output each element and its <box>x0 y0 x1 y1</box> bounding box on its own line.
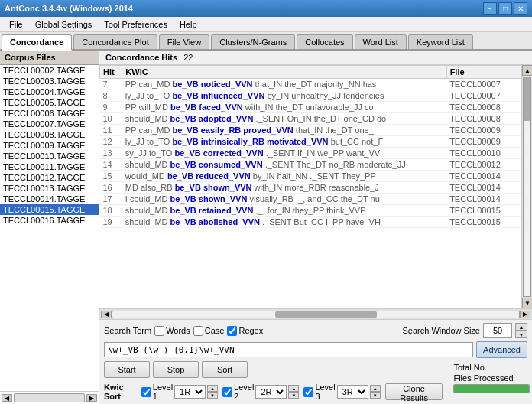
words-checkbox[interactable] <box>154 326 164 336</box>
tab-collocates[interactable]: Collocates <box>297 34 352 49</box>
menu-bar: File Global Settings Tool Preferences He… <box>0 17 532 32</box>
scroll-down-arrow[interactable]: ▼ <box>522 298 532 308</box>
table-row[interactable]: 17 I could_MD be_VB shown_VVN visually_R… <box>100 194 521 205</box>
sidebar-scroll-right[interactable]: ▶ <box>86 394 97 402</box>
sidebar-item-4[interactable]: TECCL00006.TAGGE <box>0 108 99 119</box>
sidebar-item-12[interactable]: TECCL00014.TAGGE <box>0 194 99 204</box>
stop-button[interactable]: Stop <box>153 361 199 378</box>
h-scroll-right-arrow[interactable]: ▶ <box>520 311 530 318</box>
sort-button[interactable]: Sort <box>202 361 248 378</box>
hit-num: 11 <box>100 125 122 136</box>
level3-up[interactable]: ▲ <box>370 385 381 392</box>
table-row[interactable]: 10 should_MD be_VB adopted_VVN ._SENT On… <box>100 113 521 125</box>
level3-select[interactable]: 1R2R3R1L2L <box>337 385 368 399</box>
case-checkbox[interactable] <box>193 326 203 336</box>
level2-select[interactable]: 1R2R3R1L2L <box>255 385 287 399</box>
level1-up[interactable]: ▲ <box>207 385 218 392</box>
h-scroll-thumb <box>275 311 377 318</box>
content-area: Concordance Hits 22 Hit KWIC File 7 <box>99 50 532 404</box>
table-row[interactable]: 18 should_MD be_VB retained_VVN ,_, for_… <box>100 205 521 217</box>
level3-down[interactable]: ▼ <box>370 392 381 399</box>
sidebar-item-9[interactable]: TECCL00011.TAGGE <box>0 161 99 172</box>
table-row[interactable]: 8 ly_JJ to_TO be_VB influenced_VVN by_IN… <box>100 90 521 102</box>
words-checkbox-group: Words <box>154 326 190 336</box>
kwic-right: ,_, for_IN they_PP think_VVP <box>255 206 365 215</box>
window-size-input[interactable] <box>483 323 512 338</box>
kwic-left: sy_JJ to_TO <box>125 148 175 158</box>
col-file[interactable]: File <box>446 66 521 79</box>
sidebar-item-5[interactable]: TECCL00007.TAGGE <box>0 119 99 129</box>
tab-word-list[interactable]: Word List <box>355 34 407 49</box>
kwic-center: be_VB faced_VVN <box>170 103 243 112</box>
advanced-button[interactable]: Advanced <box>476 341 527 358</box>
sidebar-item-3[interactable]: TECCL00005.TAGGE <box>0 97 99 108</box>
results-table-container[interactable]: Hit KWIC File 7 PP can_MD be_VB noticed_… <box>99 65 521 308</box>
level3-checkbox[interactable] <box>303 387 313 397</box>
window-size-down[interactable]: ▼ <box>515 331 527 338</box>
hit-num: 15 <box>100 171 122 182</box>
kwic-center: be_VB intrinsically_RB motivated_VVN <box>172 137 328 146</box>
file-col: TECCL00008 <box>446 102 521 113</box>
table-row[interactable]: 11 PP can_MD be_VB easily_RB proved_VVN … <box>100 125 521 136</box>
progress-fill <box>454 385 529 393</box>
h-scroll-track[interactable] <box>112 311 520 318</box>
col-hit[interactable]: Hit <box>100 66 122 79</box>
table-row[interactable]: 19 should_MD be_VB abolished_VVN ._SENT … <box>100 217 521 228</box>
menu-tool-preferences[interactable]: Tool Preferences <box>98 18 174 31</box>
kwic-cell: PP will_MD be_VB faced_VVN with_IN the_D… <box>122 102 446 113</box>
table-row[interactable]: 7 PP can_MD be_VB noticed_VVN that_IN th… <box>100 79 521 90</box>
clone-results-button[interactable]: Clone Results <box>385 383 443 400</box>
level2-checkbox[interactable] <box>222 387 232 397</box>
sidebar-item-14[interactable]: TECCL00016.TAGGE <box>0 215 99 226</box>
sidebar-item-10[interactable]: TECCL00012.TAGGE <box>0 172 99 183</box>
table-row[interactable]: 16 MD also_RB be_VB shown_VVN with_IN mo… <box>100 182 521 194</box>
file-col: TECCL00014 <box>446 182 521 194</box>
h-scroll-left-arrow[interactable]: ◀ <box>101 311 112 318</box>
kwic-center: be_VB abolished_VVN <box>170 217 260 226</box>
close-button[interactable]: ✕ <box>514 2 527 15</box>
tab-concordance-plot[interactable]: Concordance Plot <box>73 34 157 49</box>
level2-up[interactable]: ▲ <box>288 385 299 392</box>
sidebar-scroll-track[interactable] <box>14 393 85 402</box>
table-row[interactable]: 14 should_MD be_VB consumed_VVN ._SENT T… <box>100 159 521 171</box>
start-button[interactable]: Start <box>104 361 150 378</box>
minimize-button[interactable]: − <box>483 2 497 15</box>
tab-clusters-ngrams[interactable]: Clusters/N-Grams <box>211 34 295 49</box>
regex-checkbox[interactable] <box>227 326 237 336</box>
table-row[interactable]: 15 would_MD be_VB reduced_VVN by_IN half… <box>100 171 521 182</box>
search-term-input[interactable] <box>104 342 473 357</box>
table-row[interactable]: 12 ly_JJ to_TO be_VB intrinsically_RB mo… <box>100 136 521 148</box>
sidebar-item-1[interactable]: TECCL00003.TAGGE <box>0 76 99 86</box>
menu-help[interactable]: Help <box>174 18 203 31</box>
case-checkbox-group: Case <box>193 326 225 336</box>
sidebar-item-2[interactable]: TECCL00004.TAGGE <box>0 86 99 97</box>
tab-keyword-list[interactable]: Keyword List <box>408 34 473 49</box>
menu-global-settings[interactable]: Global Settings <box>29 18 99 31</box>
sidebar-item-11[interactable]: TECCL00013.TAGGE <box>0 183 99 194</box>
col-kwic[interactable]: KWIC <box>122 66 446 79</box>
tab-file-view[interactable]: File View <box>159 34 209 49</box>
window-size-up[interactable]: ▲ <box>515 323 527 331</box>
main-layout: Corpus Files TECCL00002.TAGGETECCL00003.… <box>0 50 532 404</box>
menu-file[interactable]: File <box>3 18 29 31</box>
level1-select[interactable]: 1R2R3R1L2L <box>174 385 206 399</box>
file-col: TECCL00014 <box>446 171 521 182</box>
sidebar-item-8[interactable]: TECCL00010.TAGGE <box>0 151 99 161</box>
sidebar-scroll-left[interactable]: ◀ <box>2 394 12 402</box>
file-col: TECCL00009 <box>446 136 521 148</box>
maximize-button[interactable]: □ <box>498 2 512 15</box>
level1-checkbox[interactable] <box>141 387 151 397</box>
sidebar-item-13[interactable]: TECCL00015.TAGGE <box>0 204 99 215</box>
sidebar-item-0[interactable]: TECCL00002.TAGGE <box>0 65 99 76</box>
table-row[interactable]: 9 PP will_MD be_VB faced_VVN with_IN the… <box>100 102 521 113</box>
file-col: TECCL00014 <box>446 194 521 205</box>
kwic-left: would_MD <box>125 171 167 181</box>
table-row[interactable]: 13 sy_JJ to_TO be_VB corrected_VVN ._SEN… <box>100 148 521 159</box>
sidebar-item-6[interactable]: TECCL00008.TAGGE <box>0 129 99 140</box>
level1-down[interactable]: ▼ <box>207 392 218 399</box>
tab-concordance[interactable]: Concordance <box>2 34 72 50</box>
scroll-up-arrow[interactable]: ▲ <box>522 65 532 76</box>
sidebar-item-7[interactable]: TECCL00009.TAGGE <box>0 140 99 151</box>
level2-down[interactable]: ▼ <box>288 392 299 399</box>
v-scroll-track[interactable] <box>523 77 531 297</box>
